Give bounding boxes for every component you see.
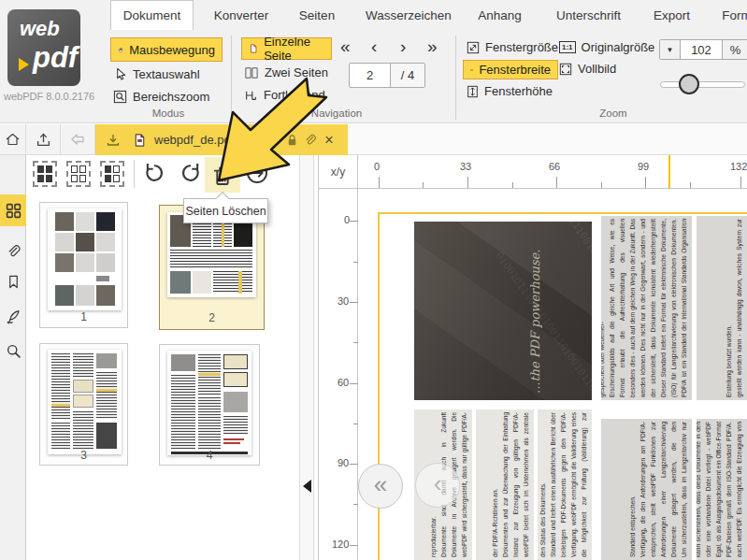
open-document-tab[interactable]: webpdf_de.pdf × [95, 124, 348, 155]
area-zoom-label: Bereichszoom [133, 90, 209, 104]
zoom-unit-label: % [723, 40, 747, 59]
prev-page-button[interactable]: ‹ [371, 37, 377, 55]
delete-pages-button[interactable] [205, 157, 240, 193]
ribbon-tab-anhang[interactable]: Anhang [473, 0, 526, 30]
vertical-ruler [319, 189, 358, 560]
ribbon-tab-konverter[interactable]: Konverter [202, 0, 280, 30]
bookmarks-panel-button[interactable] [0, 266, 26, 297]
fullscreen-icon [559, 63, 572, 76]
back-arrow-icon [69, 132, 86, 147]
single-page-label: Einzelne Seite [264, 35, 324, 63]
h-tick-label: 0 [374, 161, 380, 172]
fit-size-button[interactable]: Fenstergröße [467, 40, 558, 54]
collapse-panel-handle[interactable] [303, 480, 311, 493]
lock-icon [285, 133, 299, 148]
doc-column-intro-1: PDF/A ist ein Standard der International… [601, 216, 692, 400]
quill-icon [6, 309, 22, 325]
page-border-top [378, 212, 747, 214]
zoom-slider-handle[interactable] [679, 74, 699, 94]
next-page-button[interactable]: › [400, 37, 406, 55]
area-zoom-button[interactable]: Bereichszoom [113, 90, 209, 104]
invert-selection-button[interactable] [100, 161, 124, 187]
v-tick-label: 120 [332, 538, 349, 550]
back-button[interactable] [61, 124, 95, 154]
thumbnail-preview [48, 208, 122, 310]
upload-button[interactable] [26, 124, 61, 154]
group-separator [231, 36, 232, 120]
fit-width-button[interactable]: Fensterbreite [463, 60, 558, 79]
deselect-pages-button[interactable] [66, 161, 91, 187]
rotate-left-button[interactable] [142, 161, 166, 185]
fullscreen-button[interactable]: Vollbild [559, 62, 616, 76]
hand-icon [118, 43, 123, 57]
thumbnails-scrollbar[interactable] [299, 155, 314, 560]
text-select-button[interactable]: Textauswahl [113, 67, 200, 81]
original-size-label: Originalgröße [582, 40, 655, 54]
first-page-button[interactable]: « [340, 37, 351, 55]
ribbon-tab-seiten[interactable]: Seiten [290, 0, 344, 30]
page-thumbnail-4[interactable]: 4 [159, 344, 260, 466]
thumbnail-page-number: 3 [40, 449, 127, 462]
ribbon-tab-formulare[interactable]: Form [718, 0, 747, 30]
search-panel-button[interactable] [0, 335, 26, 366]
single-page-button[interactable]: Einzelne Seite [241, 37, 332, 60]
fit-height-icon [467, 85, 479, 98]
mouse-move-button[interactable]: Mausbewegung [110, 37, 223, 62]
app-version: webPDF 8.0.0.2176 [4, 91, 94, 102]
page-cover-image: 0100101110010100110100101101001111001010… [414, 222, 592, 400]
original-size-button[interactable]: 1:1 Originalgröße [559, 40, 654, 54]
navigation-group-label: Navigation [290, 108, 383, 119]
fit-height-button[interactable]: Fensterhöhe [467, 84, 553, 98]
last-page-button[interactable]: » [427, 37, 438, 55]
thumbnail-preview [167, 351, 251, 455]
paperclip-icon [7, 244, 21, 260]
ribbon-tab-unterschrift[interactable]: Unterschrift [552, 0, 625, 30]
zoom-slider-track[interactable] [660, 81, 745, 88]
rotate-right-button[interactable] [179, 161, 203, 185]
tooltip-label: Seiten Löschen [185, 205, 266, 218]
trash-icon [210, 163, 235, 187]
ribbon-tab-dokument[interactable]: Dokument [110, 0, 194, 30]
double-chevron-left-icon: « [374, 472, 387, 500]
ribbon-tab-wasserzeichen[interactable]: Wasserzeichen [360, 0, 457, 30]
goto-first-page-button[interactable]: « [358, 464, 403, 509]
doc-column-b2: webPDF bietet sich im Unternehmen als ze… [476, 409, 534, 560]
search-icon [6, 343, 22, 359]
v-tick-label: 90 [338, 457, 349, 468]
fit-width-label: Fensterbreite [479, 63, 551, 77]
extract-pages-button[interactable] [245, 161, 269, 185]
page-thumbnail-2-selected[interactable]: 2 [159, 205, 265, 330]
chevron-left-icon: ‹ [434, 471, 442, 499]
cursor-icon [113, 67, 127, 81]
modus-group-label: Modus [122, 108, 215, 119]
logo-play-icon [19, 58, 29, 71]
home-icon [5, 132, 21, 147]
fit-width-icon [470, 65, 473, 76]
thumbnail-preview [48, 350, 122, 454]
thumbnails-panel-button[interactable] [0, 194, 26, 226]
v-tick-label: 60 [338, 377, 349, 388]
close-tab-button[interactable]: × [324, 132, 333, 149]
home-button[interactable] [0, 124, 26, 154]
toolbar-separator [134, 160, 135, 188]
page-number-control: 2 / 4 [349, 63, 425, 88]
page-thumbnail-3[interactable]: 3 [39, 343, 128, 466]
page-thumbnail-1[interactable]: 1 [39, 202, 128, 328]
continuous-icon [244, 89, 258, 102]
signature-panel-button[interactable] [0, 301, 26, 333]
goto-prev-page-button[interactable]: ‹ [415, 463, 460, 508]
zoom-dropdown-button[interactable]: ▼ [660, 40, 681, 59]
text-select-label: Textauswahl [133, 67, 200, 81]
two-pages-button[interactable]: Zwei Seiten [244, 65, 328, 79]
page-number-input[interactable]: 2 [350, 64, 391, 87]
pdf-file-icon [133, 133, 147, 148]
attachments-panel-button[interactable] [0, 236, 26, 267]
doc-column-intro-2: gestellt werden kann - unabhängig davon,… [697, 216, 747, 400]
fit-size-label: Fenstergröße [485, 40, 558, 54]
arrow-right-circle-icon [245, 161, 269, 185]
select-all-pages-button[interactable] [33, 161, 57, 187]
continuous-button[interactable]: Fortlaufend [244, 88, 325, 102]
zoom-level-input[interactable]: 102 [681, 40, 723, 59]
ribbon-tab-export[interactable]: Export [649, 0, 695, 30]
cover-caption: ...the PDF powerhouse. [524, 225, 549, 396]
